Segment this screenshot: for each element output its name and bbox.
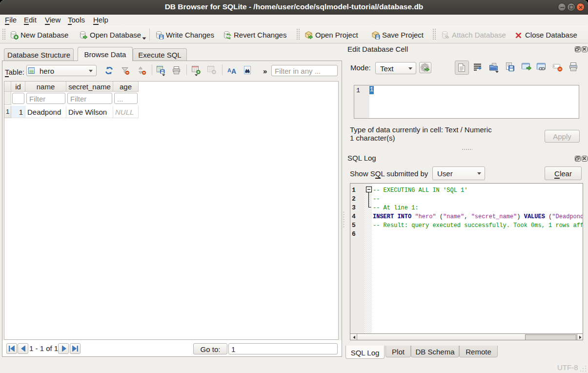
svg-text:A: A [227,67,231,73]
svg-text:A: A [231,67,236,75]
